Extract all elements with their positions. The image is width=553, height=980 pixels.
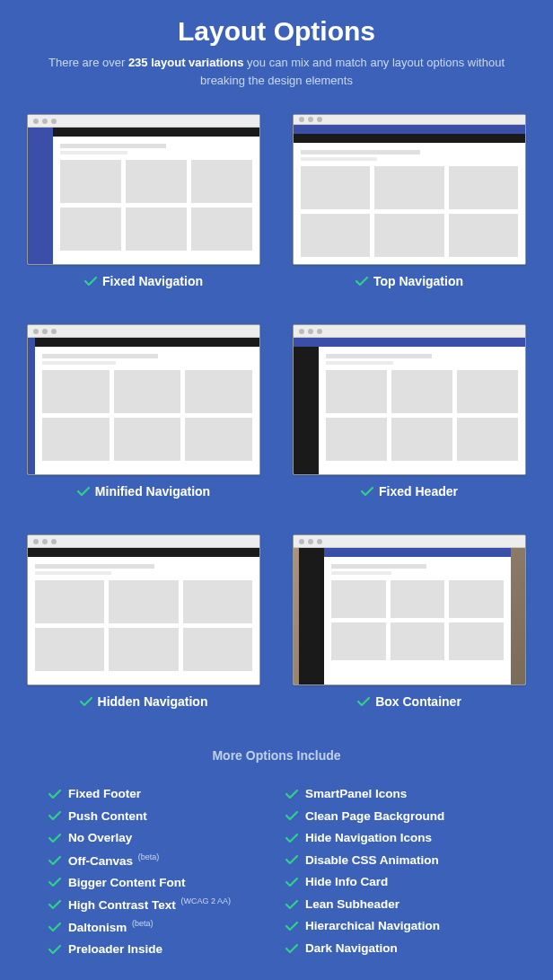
window-titlebar [294,325,525,338]
label-text: Hidden Navigation [98,694,208,709]
check-icon [48,878,61,887]
content-area [294,143,525,264]
layout-label: Fixed Navigation [27,274,260,288]
page-title: Layout Options [27,16,526,47]
option-sup: (beta) [138,852,160,861]
more-options-title: More Options Include [27,748,526,763]
option-text: Hide Info Card [305,874,388,890]
list-item: Lean Subheader [285,896,505,913]
topbar-blue [324,548,511,557]
content-area [35,347,259,474]
option-text: Lean Subheader [305,896,399,913]
options-column-2: SmartPanel IconsClean Page BackgroundHid… [285,786,505,964]
sidebar-dark [294,347,319,474]
list-item: Clean Page Background [285,808,505,825]
window-titlebar [28,535,259,548]
check-icon [285,855,298,864]
mock-window [27,324,260,475]
window-titlebar [28,115,259,128]
window-titlebar [28,325,259,338]
check-icon [356,277,368,286]
option-text: Hierarchical Navigation [305,918,440,934]
label-text: Top Navigation [373,274,463,288]
check-icon [361,487,373,496]
content-area [28,557,259,684]
layout-label: Top Navigation [293,274,526,288]
mock-window [293,324,526,475]
check-icon [48,923,61,931]
more-options-lists: Fixed FooterPush ContentNo OverlayOff-Ca… [27,786,526,964]
option-text: Clean Page Background [305,808,444,825]
layout-hidden-navigation: Hidden Navigation [27,534,260,709]
layout-box-container: Box Container [293,534,526,709]
layout-label: Box Container [293,694,526,709]
label-text: Fixed Navigation [102,274,203,288]
option-text: Hide Navigation Icons [305,830,432,846]
topbar-blue [294,125,525,134]
option-text: Off-Canvas (beta) [68,852,159,869]
layout-fixed-header: Fixed Header [293,324,526,499]
label-text: Minified Navigation [95,484,210,499]
layout-label: Hidden Navigation [27,694,260,709]
check-icon [285,944,298,953]
option-text: Dark Navigation [305,940,398,957]
mock-window [27,114,260,265]
option-text: Fixed Footer [68,786,141,802]
check-icon [285,922,298,931]
list-item: Hierarchical Navigation [285,918,505,934]
box-background [294,548,525,684]
check-icon [285,900,298,909]
subtitle-pre: There are over [48,56,128,69]
list-item: Fixed Footer [48,786,268,802]
list-item: Hide Info Card [285,874,505,890]
option-text: Daltonism (beta) [68,919,154,935]
check-icon [48,900,61,909]
topbar-dark [28,548,259,557]
topbar-dark [53,128,259,137]
options-column-1: Fixed FooterPush ContentNo OverlayOff-Ca… [48,786,268,964]
mock-window [27,534,260,685]
sidebar-blue [28,128,53,264]
subtitle-post: you can mix and match any layout options… [200,56,505,87]
option-text: Bigger Content Font [68,875,185,891]
option-sup: (beta) [132,919,154,928]
topbar-dark [294,134,525,143]
check-icon [48,945,61,954]
sidebar-thin [28,338,35,474]
check-icon [48,834,61,843]
check-icon [48,790,61,799]
list-item: No Overlay [48,830,268,846]
list-item: Off-Canvas (beta) [48,852,268,869]
list-item: Dark Navigation [285,940,505,957]
window-titlebar [294,535,525,548]
check-icon [48,856,61,865]
content-area [319,347,525,474]
check-icon [357,697,370,706]
check-icon [285,878,298,887]
mock-window [293,114,526,265]
content-area [324,557,511,684]
list-item: Disable CSS Animation [285,852,505,869]
check-icon [84,277,97,286]
option-text: Push Content [68,808,147,825]
check-icon [48,811,61,820]
check-icon [285,834,298,843]
list-item: SmartPanel Icons [285,786,505,802]
content-area [53,137,259,264]
label-text: Box Container [375,694,461,709]
layout-fixed-navigation: Fixed Navigation [27,114,260,288]
list-item: Daltonism (beta) [48,919,268,935]
check-icon [285,811,298,820]
check-icon [285,790,298,799]
topbar-dark [35,338,259,347]
layout-label: Fixed Header [293,484,526,499]
check-icon [80,697,92,706]
option-text: No Overlay [68,830,132,846]
window-titlebar [294,115,525,125]
sidebar-dark [299,548,324,684]
list-item: Hide Navigation Icons [285,830,505,846]
list-item: Push Content [48,808,268,825]
layout-label: Minified Navigation [27,484,260,499]
option-text: Preloader Inside [68,941,162,958]
option-text: High Contrast Text (WCAG 2 AA) [68,896,231,913]
